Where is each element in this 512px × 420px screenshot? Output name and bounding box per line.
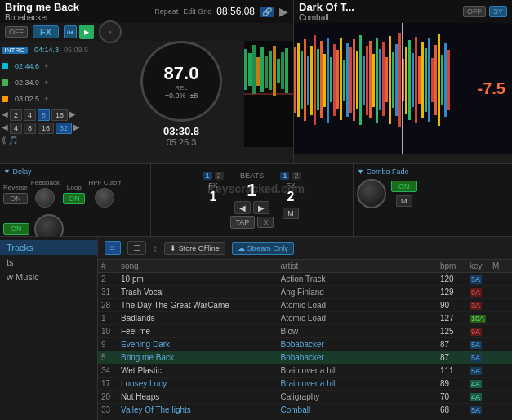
on-btn-right[interactable]: ON [391, 181, 417, 192]
table-row[interactable]: 34 Wet Plastic Brain over a hill 111 5A [98, 364, 512, 378]
table-row[interactable]: 1 Badlands Atomic Load 127 10A [98, 312, 512, 325]
loop-btn[interactable]: ON [63, 193, 86, 204]
table-row[interactable]: 5 Bring me Back Bobabacker 87 5A [98, 351, 512, 364]
beats-next-btn[interactable]: ▶ [253, 201, 269, 214]
sidebar-item-tracks[interactable]: Tracks [0, 240, 97, 255]
ts-label: ts [7, 257, 14, 267]
deck-left-link-btn[interactable]: 🔗 [260, 7, 274, 17]
svg-rect-14 [301, 51, 303, 109]
track-row-2: 02:44.6 + [2, 59, 116, 74]
track-artist: Brain over a hill [281, 379, 441, 388]
combo-fade-dropdown[interactable]: ▼ Combo Fade [357, 168, 509, 176]
off-btn-right[interactable]: OFF [463, 6, 486, 17]
table-row[interactable]: 9 Evening Dark Bobabacker 87 5A [98, 338, 512, 351]
effects-left: ▼ Delay Reverse ON Feedback Loop ON HPF … [0, 164, 151, 236]
track-row-intro: INTRO 04:14.3 05:09.5 [2, 42, 116, 57]
m-btn-right-button[interactable]: M [396, 195, 412, 207]
hpf-knob[interactable] [95, 188, 114, 208]
nav-8[interactable]: 8 [38, 109, 50, 121]
svg-rect-3 [256, 57, 260, 86]
fx2-badge-2[interactable]: 2 [292, 172, 301, 180]
play-btn-left[interactable]: ▶ [79, 25, 94, 39]
table-row[interactable]: 17 Loosey Lucy Brain over a hill 89 4A [98, 378, 512, 391]
sync-btn-left[interactable]: FX [33, 25, 59, 38]
fx1-badge-2[interactable]: 2 [215, 172, 224, 180]
feedback-knob[interactable] [35, 188, 55, 208]
track-bar-1: 05:09.5 [64, 46, 88, 54]
sidebar-item-music[interactable]: w Music [0, 270, 97, 284]
svg-rect-15 [304, 39, 306, 121]
track-bar-4: + [44, 95, 48, 103]
bpm-circle: 87.0 REL +0.0% ±8 [140, 41, 222, 122]
table-row[interactable]: 28 The Day The Great WarCame Atomic Load… [98, 299, 512, 312]
fx2-num: 2 [280, 190, 301, 204]
svg-rect-57 [441, 55, 443, 105]
svg-rect-12 [294, 47, 296, 113]
deck-left-expand[interactable]: ▶ [279, 5, 288, 18]
key-icon[interactable]: 🎵 [8, 136, 18, 145]
sidebar-item-ts[interactable]: ts [0, 255, 97, 270]
nav-row-3: ⟪ 🎵 [2, 136, 116, 145]
nav-4[interactable]: 4 [24, 109, 36, 121]
track-num: 17 [101, 379, 121, 388]
jog-wheel-left[interactable]: ● [99, 20, 122, 43]
track-key: 10A [470, 314, 492, 323]
stream-only-btn[interactable]: ☁ Stream Only [232, 242, 294, 255]
nav-2[interactable]: 2 [10, 109, 22, 121]
table-row[interactable]: 20 Not Heaps Caligraphy 70 4A [98, 391, 512, 404]
on-btn-left[interactable]: ON [3, 223, 29, 235]
reverse-label: Reverse [3, 184, 28, 191]
bpm-section: 87.0 REL +0.0% ±8 03:30.8 05:25.3 [118, 41, 244, 147]
prev-track-btn-left[interactable]: ⏮ [64, 25, 77, 38]
fx1-badge-1[interactable]: 1 [203, 172, 212, 180]
table-row[interactable]: 33 Valley Of The lights Comball 68 5A [98, 404, 512, 415]
svg-rect-24 [333, 44, 336, 116]
reverse-btn[interactable]: ON [3, 193, 28, 204]
track-key: 5A [470, 340, 492, 349]
nav-row-2: ◀ 4 8 16 32 ▶ [2, 123, 116, 134]
combo-on-section: ON M [391, 181, 417, 207]
table-row[interactable]: 10 Feel me Blow 125 9A [98, 325, 512, 338]
track-num: 9 [101, 340, 121, 349]
fx-row: 1 2 FX 1 BEATS 1 ◀ ▶ TAP X 1 2 [203, 172, 301, 229]
nav-left-2[interactable]: ◀ [2, 123, 8, 134]
effects-section: ▼ Delay Reverse ON Feedback Loop ON HPF … [0, 163, 512, 237]
list-view-btn[interactable]: ≡ [105, 241, 121, 255]
store-offline-btn[interactable]: ⬇ Store Offline [164, 242, 225, 255]
tracks-label: Tracks [7, 243, 33, 252]
off-btn-left[interactable]: OFF [5, 26, 28, 38]
bpm-value-right: -7.5 [478, 79, 505, 98]
nav-8b[interactable]: 8 [24, 123, 36, 134]
delay-dropdown[interactable]: ▼ Delay [3, 168, 147, 176]
track-song: Feel me [121, 327, 281, 336]
beats-prev-btn[interactable]: ◀ [234, 201, 251, 214]
library-toolbar: ≡ ☰ ↕ ⬇ Store Offline ☁ Stream Only [98, 237, 512, 260]
fx2-badge-1[interactable]: 1 [280, 172, 289, 180]
effects-center: 1 2 FX 1 BEATS 1 ◀ ▶ TAP X 1 2 [151, 164, 353, 236]
grid-view-btn[interactable]: ☰ [127, 241, 146, 255]
combo-knob[interactable] [357, 179, 386, 208]
svg-rect-34 [366, 46, 368, 115]
nav-32b[interactable]: 32 [56, 123, 72, 134]
svg-rect-21 [323, 54, 326, 107]
m-button[interactable]: M [283, 208, 299, 219]
track-song: The Day The Great WarCame [121, 301, 281, 310]
track-num: 1 [101, 314, 121, 323]
beats-section: BEATS 1 ◀ ▶ TAP X [230, 172, 274, 229]
nav-16[interactable]: 16 [51, 109, 68, 121]
x-btn[interactable]: X [257, 217, 274, 228]
svg-rect-50 [418, 56, 421, 104]
nav-right-1[interactable]: ▶ [69, 109, 76, 121]
tap-btn[interactable]: TAP [230, 216, 256, 229]
track-artist: Bobabacker [281, 353, 441, 362]
nav-right-2[interactable]: ▶ [73, 123, 80, 134]
sort-icon[interactable]: ↕ [153, 243, 158, 254]
sy-btn-right[interactable]: SY [489, 6, 507, 17]
nav-4b[interactable]: 4 [10, 123, 22, 134]
nav-left-1[interactable]: ◀ [2, 109, 8, 121]
nav-16b[interactable]: 16 [38, 123, 54, 134]
table-row[interactable]: 31 Trash Vocal Ang Finland 129 9A [98, 286, 512, 299]
svg-rect-17 [310, 46, 313, 115]
table-row[interactable]: 2 10 pm Action Track 120 5A [98, 273, 512, 286]
nav-extra[interactable]: ⟪ [2, 136, 7, 145]
